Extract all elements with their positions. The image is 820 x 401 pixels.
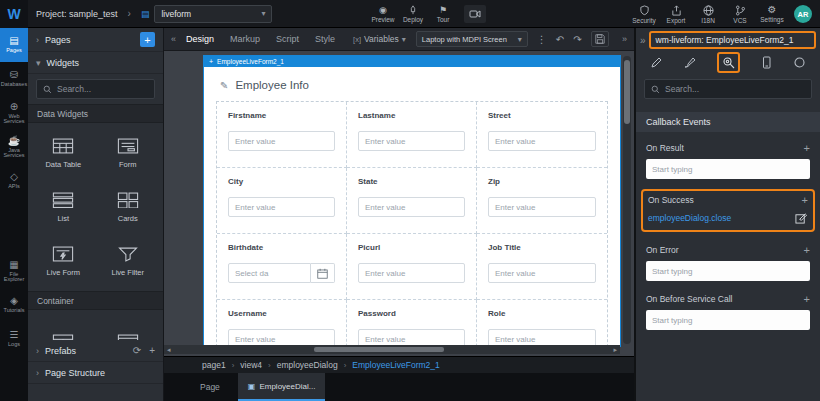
user-avatar[interactable]: AR [794, 5, 812, 23]
i18n-button[interactable]: I18N [693, 5, 723, 24]
tour-button[interactable]: ⚑ Tour [428, 5, 458, 23]
vcs-button[interactable]: VCS [725, 5, 755, 24]
form-field-role[interactable]: Role Enter value [477, 300, 607, 346]
form-field-zip[interactable]: Zip Enter value [477, 168, 607, 234]
tab-design[interactable]: Design [186, 34, 214, 44]
security-button[interactable]: Security [629, 5, 659, 24]
rail-item-java-services[interactable]: ☕ Java Services [0, 130, 28, 164]
tab-style[interactable]: Style [315, 34, 335, 44]
breadcrumb-employeedialog[interactable]: employeeDialog [277, 360, 338, 370]
form-field-birthdate[interactable]: Birthdate Select da [217, 234, 347, 300]
widgets-section-header[interactable]: ▾ Widgets [28, 52, 163, 74]
save-button[interactable] [591, 31, 609, 47]
refresh-icon[interactable]: ⟳ [133, 345, 141, 356]
date-picker-button[interactable] [311, 263, 335, 283]
form-field-picurl[interactable]: Picurl Enter value [347, 234, 477, 300]
birthdate-input[interactable]: Select da [228, 263, 311, 283]
preview-button[interactable]: ◉ Preview [368, 5, 398, 23]
edit-handler-button[interactable] [793, 210, 808, 225]
breadcrumb-page1[interactable]: page1 [202, 360, 226, 370]
state-input[interactable]: Enter value [358, 197, 465, 217]
rail-item-file-explorer[interactable]: ▦ File Explorer [0, 254, 28, 288]
breadcrumb-view4[interactable]: view4 [240, 360, 262, 370]
vertical-scrollbar-thumb[interactable] [624, 60, 630, 124]
lastname-input[interactable]: Enter value [358, 131, 465, 151]
tab-employee-dialog[interactable]: ▣ EmployeeDial... [238, 373, 326, 401]
edit-pencil-icon[interactable]: ✎ [220, 80, 228, 91]
username-input[interactable]: Enter value [228, 329, 335, 346]
on-success-handler-link[interactable]: employeeDialog.close [648, 213, 731, 223]
password-input[interactable]: Enter value [358, 329, 465, 346]
video-camera-button[interactable] [464, 5, 486, 23]
add-prefab-icon[interactable]: + [149, 345, 155, 356]
widget-tile-container[interactable] [32, 316, 95, 340]
device-select[interactable]: Laptop with MDPI Screen ▾ [416, 31, 528, 47]
firstname-input[interactable]: Enter value [228, 131, 335, 151]
add-handler-icon[interactable]: + [804, 142, 810, 154]
properties-search-input[interactable]: Search... [644, 79, 812, 99]
scroll-right-arrow-icon[interactable]: ▸ [613, 346, 617, 354]
add-handler-icon[interactable]: + [802, 194, 808, 206]
kebab-menu-icon[interactable]: ⋮ [537, 34, 547, 45]
widget-tile-form[interactable]: Form [97, 127, 160, 179]
tab-state[interactable] [793, 56, 806, 69]
form-field-password[interactable]: Password Enter value [347, 300, 477, 346]
variables-button[interactable]: [x] Variables ▾ [353, 34, 406, 44]
deploy-button[interactable]: Deploy [398, 5, 428, 23]
add-page-button[interactable]: + [140, 32, 155, 47]
widget-tile-layout[interactable] [97, 316, 160, 340]
city-input[interactable]: Enter value [228, 197, 335, 217]
rail-item-apis[interactable]: ◇ APIs [0, 164, 28, 198]
horizontal-scrollbar[interactable]: ◂ ▸ [164, 345, 620, 354]
add-handler-icon[interactable]: + [804, 244, 810, 256]
jobtitle-input[interactable]: Enter value [488, 263, 596, 283]
street-input[interactable]: Enter value [488, 131, 596, 151]
rail-item-pages[interactable]: ▤ Pages [0, 28, 28, 62]
export-button[interactable]: Export [661, 5, 691, 24]
picurl-input[interactable]: Enter value [358, 263, 465, 283]
widget-search-input[interactable]: Search... [36, 79, 155, 99]
redo-icon[interactable]: ↷ [573, 34, 581, 45]
wavemaker-logo[interactable]: W [0, 0, 28, 28]
widget-tile-live-form[interactable]: Live Form [32, 235, 95, 287]
undo-icon[interactable]: ↶ [556, 34, 564, 45]
add-handler-icon[interactable]: + [804, 293, 810, 305]
widget-tile-list[interactable]: List [32, 181, 95, 233]
tab-events[interactable] [717, 52, 740, 73]
widget-tile-live-filter[interactable]: Live Filter [97, 235, 160, 287]
collapse-left-icon[interactable]: « [171, 34, 176, 44]
page-dropdown[interactable]: liveform ▾ [154, 5, 272, 23]
tab-properties[interactable] [650, 56, 663, 69]
scroll-left-arrow-icon[interactable]: ◂ [167, 346, 171, 354]
breadcrumb-employeeliveform[interactable]: EmployeeLiveForm2_1 [352, 360, 439, 370]
rail-item-tutorials[interactable]: ◈ Tutorials [0, 288, 28, 322]
selected-widget-tag[interactable]: + EmployeeLiveForm2_1 [204, 56, 620, 67]
rail-item-databases[interactable]: ⛁ Databases [0, 62, 28, 96]
form-field-username[interactable]: Username Enter value [217, 300, 347, 346]
widget-tile-data-table[interactable]: Data Table [32, 127, 95, 179]
tab-markup[interactable]: Markup [230, 34, 260, 44]
horizontal-scrollbar-thumb[interactable] [314, 347, 444, 352]
vertical-scrollbar[interactable] [623, 56, 631, 344]
page-artboard[interactable]: + EmployeeLiveForm2_1 ✎ Employee Info Fi… [204, 56, 620, 346]
settings-button[interactable]: ⚙ Settings [757, 5, 787, 23]
tab-script[interactable]: Script [276, 34, 299, 44]
zip-input[interactable]: Enter value [488, 197, 596, 217]
tab-device[interactable] [760, 56, 773, 69]
form-field-street[interactable]: Street Enter value [477, 102, 607, 168]
role-input[interactable]: Enter value [488, 329, 596, 346]
page-structure-section-header[interactable]: › Page Structure [28, 362, 163, 384]
tab-styles[interactable] [683, 56, 696, 69]
expand-right-icon[interactable]: » [622, 34, 627, 44]
pages-section-header[interactable]: › Pages + [28, 28, 163, 52]
rail-item-web-services[interactable]: ⊕ Web Services [0, 96, 28, 130]
on-error-input[interactable]: Start typing [646, 261, 810, 281]
prefabs-section-header[interactable]: › Prefabs ⟳ + [28, 340, 163, 362]
on-result-input[interactable]: Start typing [646, 159, 810, 179]
collapse-panel-icon[interactable]: » [640, 35, 646, 46]
on-before-service-call-input[interactable]: Start typing [646, 310, 810, 330]
widget-tile-cards[interactable]: Cards [97, 181, 160, 233]
form-field-firstname[interactable]: Firstname Enter value [217, 102, 347, 168]
rail-item-logs[interactable]: ☰ Logs [0, 322, 28, 356]
move-handle-icon[interactable]: + [209, 58, 213, 65]
